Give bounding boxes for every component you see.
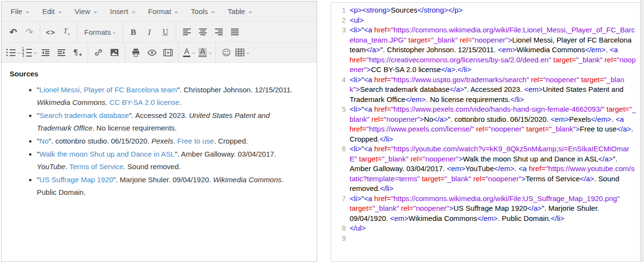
source-token-attr: href=: [350, 56, 367, 64]
image-icon: [110, 48, 119, 57]
source-token-tag: </a>: [441, 65, 456, 73]
print-icon: [131, 48, 140, 57]
list-item: "No". cottonbro studio. 06/15/2020. Pexe…: [37, 135, 301, 147]
menu-file[interactable]: File: [4, 1, 36, 21]
print-button[interactable]: [128, 44, 144, 60]
italic-icon: I: [148, 28, 151, 36]
source-token-val: "noopener": [472, 36, 508, 44]
source-token-txt: CC BY-SA 2.0 license: [371, 65, 441, 73]
underline-button[interactable]: U: [157, 24, 173, 40]
source-token-tag: </a>: [527, 204, 542, 212]
align-left-button[interactable]: [179, 24, 195, 40]
source-token-txt: Wikimedia Commons: [516, 45, 585, 54]
source-token-tag: </a>: [580, 175, 594, 183]
menu-edit[interactable]: Edit: [36, 1, 68, 21]
undo-button[interactable]: ↶: [5, 24, 21, 40]
emoticons-icon: ☺: [222, 48, 231, 57]
chevron-down-icon: [192, 53, 195, 54]
emoticons-button[interactable]: ☺: [218, 44, 234, 60]
menu-label: Edit: [42, 7, 55, 15]
source-token-tag: <em>: [498, 45, 516, 54]
content-link[interactable]: Terms of Service: [69, 162, 123, 171]
source-token-attr: target=: [524, 125, 549, 133]
source-line-content: <li>"<a href="https://www.pexels.com/vid…: [350, 104, 636, 144]
source-token-txt: Search trademark database: [360, 85, 450, 93]
source-token-tag: <p><strong>: [350, 6, 391, 14]
menu-label: File: [11, 7, 22, 15]
source-token-attr: rel=: [474, 125, 489, 133]
scrollbar-track[interactable]: [640, 0, 644, 262]
insert-link-button[interactable]: [91, 44, 107, 60]
menu-tools[interactable]: Tools: [184, 1, 221, 21]
insert-media-button[interactable]: [160, 44, 176, 60]
content-link[interactable]: US Suffrage Map 1920: [39, 175, 113, 184]
source-token-tag: <a: [364, 75, 372, 84]
source-line: 6<li>"<a href="https://youtube.com/watch…: [331, 144, 636, 194]
source-token-tag: </em>: [405, 95, 426, 103]
insert-image-button[interactable]: [107, 44, 123, 60]
justify-button[interactable]: [227, 24, 243, 40]
source-token-val: "_blank": [549, 125, 576, 133]
editor-content-area[interactable]: Sources "Lionel Messi, Player of FC Barc…: [2, 63, 316, 262]
source-token-tag: <em>: [447, 164, 465, 173]
source-token-attr: rel=: [369, 115, 384, 123]
source-token-val: "https://www.pexels.com/license/": [367, 125, 474, 133]
source-token-val: "noopener": [414, 204, 449, 212]
source-token-attr: target=: [406, 36, 431, 44]
outdent-button[interactable]: [37, 44, 53, 60]
source-token-attr: rel=: [399, 204, 414, 212]
source-token-val: "https://commons.wikimedia.org/wiki/File…: [391, 194, 619, 203]
line-number: 6: [331, 144, 350, 194]
line-number: 7: [331, 194, 350, 224]
source-line-content: <li>"<a href="https://commons.wikimedia.…: [350, 25, 636, 75]
source-token-val: "noopener": [384, 115, 420, 123]
source-token-tag: <a: [364, 105, 372, 113]
align-right-button[interactable]: [211, 24, 227, 40]
menu-insert[interactable]: Insert: [104, 1, 142, 21]
content-link[interactable]: Walk the moon Shut up and Dance in ASL: [39, 150, 175, 158]
source-token-tag: </a>: [616, 125, 631, 133]
source-code-button[interactable]: <>: [43, 24, 59, 40]
preview-button[interactable]: [144, 44, 160, 60]
source-token-attr: target=: [420, 175, 445, 183]
source-token-attr: target=: [551, 56, 576, 64]
align-center-button[interactable]: [195, 24, 211, 40]
background-color-button[interactable]: A: [197, 44, 213, 60]
content-link[interactable]: Free to use: [177, 137, 214, 145]
redo-button[interactable]: ↷: [21, 24, 37, 40]
paragraph-direction-icon: ¶: [73, 49, 81, 57]
insert-table-button[interactable]: [234, 44, 250, 60]
clear-formatting-button[interactable]: Tx: [59, 24, 75, 40]
align-left-icon: [183, 29, 191, 35]
content-link[interactable]: No: [39, 137, 48, 145]
paragraph-direction-button[interactable]: ¶: [69, 44, 85, 60]
menu-label: View: [75, 7, 90, 15]
html-source-view: 1<p><strong>Sources</strong></p>2<ul>3<l…: [331, 2, 641, 262]
sources-list: "Lionel Messi, Player of FC Barcelona te…: [10, 84, 308, 199]
bold-button[interactable]: B: [125, 24, 141, 40]
source-token-tag: </a>: [450, 85, 464, 93]
content-link[interactable]: Search trademark database: [39, 111, 129, 119]
source-token-tag: >: [420, 115, 424, 123]
source-token-tag: <li>: [350, 194, 361, 203]
source-token-val: "noopener": [423, 155, 459, 163]
source-token-txt: Terms of Service: [526, 175, 580, 183]
menu-format[interactable]: Format: [142, 1, 185, 21]
source-token-attr: href=: [527, 164, 546, 173]
source-token-val: "https://creativecommons.org/licenses/by…: [367, 56, 552, 64]
preview-icon: [147, 49, 157, 57]
source-code-icon: <>: [46, 29, 56, 36]
indent-button[interactable]: [53, 44, 69, 60]
menu-table[interactable]: Table: [221, 1, 259, 21]
source-token-val: "_blank": [382, 155, 409, 163]
content-link[interactable]: Lionel Messi, Player of FC Barcelona tea…: [39, 86, 177, 94]
text-color-button[interactable]: A: [181, 44, 197, 60]
numbered-list-button[interactable]: 123: [21, 44, 37, 60]
bullet-list-button[interactable]: [5, 44, 21, 60]
source-token-tag: <a: [364, 194, 372, 203]
formats-dropdown[interactable]: Formats: [80, 24, 120, 40]
italic-button[interactable]: I: [141, 24, 157, 40]
line-number: 2: [331, 15, 350, 26]
content-link[interactable]: CC BY-SA 2.0 license: [109, 98, 180, 106]
menu-view[interactable]: View: [68, 1, 104, 21]
